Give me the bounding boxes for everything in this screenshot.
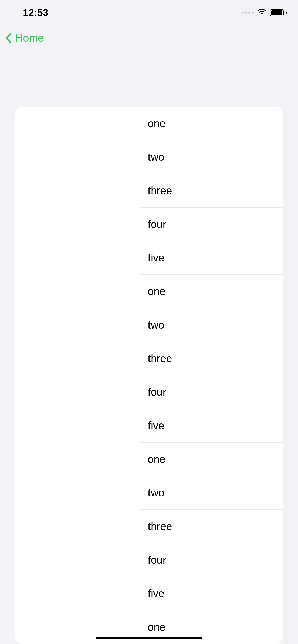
list-item-label: four (148, 218, 166, 230)
status-bar: 12:53 (0, 0, 298, 25)
list-item[interactable]: two (140, 476, 283, 510)
list-container[interactable]: one two three four five one two three (140, 107, 283, 644)
navigation-bar: Home (0, 25, 298, 51)
chevron-left-icon (5, 33, 13, 44)
list-card: one two three four five one two three (15, 107, 283, 644)
list-item-label: three (148, 520, 172, 533)
list-item-label: three (148, 353, 172, 365)
list-item-label: four (148, 386, 166, 398)
list-item[interactable]: two (140, 140, 283, 174)
list-item[interactable]: five (140, 241, 283, 275)
list-item[interactable]: one (140, 107, 283, 140)
list-item[interactable]: four (140, 543, 283, 577)
list-item[interactable]: four (140, 375, 283, 409)
back-button[interactable]: Home (5, 32, 44, 44)
list-item-label: one (148, 285, 166, 298)
list-item-label: two (148, 487, 164, 499)
list-item[interactable]: one (140, 275, 283, 308)
list-item-label: five (148, 588, 164, 600)
list-item[interactable]: three (140, 342, 283, 375)
list-item-label: two (148, 319, 164, 331)
list-item[interactable]: one (140, 443, 283, 476)
list-item-label: one (148, 118, 166, 130)
back-label: Home (15, 32, 44, 44)
wifi-icon (257, 9, 266, 17)
list-item[interactable]: five (140, 409, 283, 443)
list-item[interactable]: three (140, 174, 283, 208)
list-item-label: one (148, 621, 166, 633)
battery-icon (270, 9, 285, 16)
list-item-label: two (148, 151, 164, 163)
list-item[interactable]: two (140, 308, 283, 342)
cellular-signal-icon (242, 12, 254, 14)
list-item-label: four (148, 554, 166, 566)
list-item-label: one (148, 453, 166, 465)
content-area: one two three four five one two three (0, 51, 298, 644)
list-item-label: five (148, 420, 164, 432)
list-item-label: five (148, 252, 164, 264)
status-indicators (242, 9, 285, 17)
list-item[interactable]: three (140, 510, 283, 543)
list-item-label: three (148, 185, 172, 197)
status-time: 12:53 (23, 7, 48, 18)
list-item[interactable]: five (140, 577, 283, 610)
home-indicator[interactable] (96, 637, 202, 639)
list-item[interactable]: four (140, 208, 283, 241)
